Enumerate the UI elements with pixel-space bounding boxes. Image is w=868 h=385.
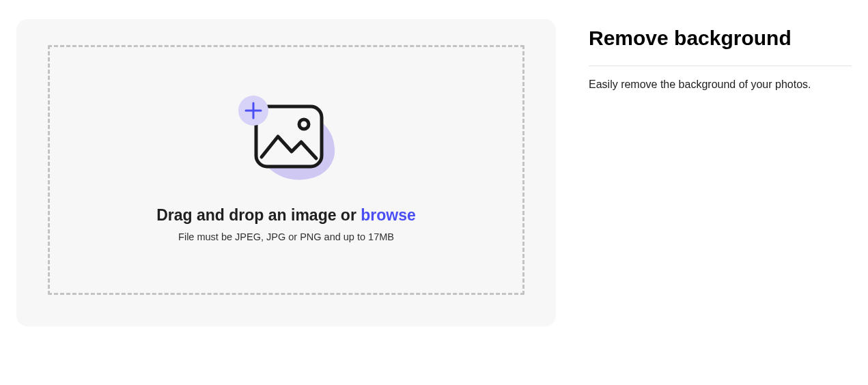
info-panel: Remove background Easily remove the back… — [589, 19, 852, 385]
file-hint: File must be JPEG, JPG or PNG and up to … — [178, 231, 394, 242]
dropzone-container: Drag and drop an image or browse File mu… — [16, 19, 556, 326]
upload-panel: Drag and drop an image or browse File mu… — [16, 19, 556, 385]
plus-icon — [238, 96, 268, 126]
divider — [589, 66, 852, 66]
page-title: Remove background — [589, 26, 852, 51]
dropzone[interactable]: Drag and drop an image or browse File mu… — [48, 45, 524, 295]
page-subtitle: Easily remove the background of your pho… — [589, 79, 852, 91]
upload-image-icon — [238, 98, 334, 187]
dropzone-instruction: Drag and drop an image or browse — [156, 206, 416, 225]
drag-text: Drag and drop an image or — [156, 206, 361, 224]
browse-link[interactable]: browse — [361, 206, 416, 224]
